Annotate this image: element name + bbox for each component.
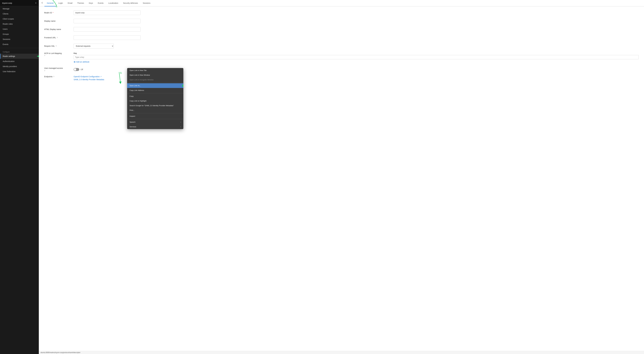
ctx-copy-link-highlight[interactable]: Copy Link to Highlight <box>127 99 183 103</box>
configure-section-label: Configure <box>0 49 39 54</box>
ctx-separator-2 <box>127 93 183 93</box>
tab-themes[interactable]: Themes <box>75 0 86 7</box>
acr-mapping-section: ACR to LoA Mapping ? Key ⊕ Add an attrib… <box>44 52 639 63</box>
sidebar-item-user-federation[interactable]: User federation <box>0 69 39 74</box>
user-managed-access-toggle[interactable] <box>74 68 79 71</box>
display-name-row: Display name <box>44 19 639 23</box>
display-name-label: Display name <box>44 20 74 22</box>
sidebar-item-identity-providers[interactable]: Identity providers <box>0 64 39 69</box>
svg-text:3.: 3. <box>120 72 122 74</box>
arrow-1-annotation: 1. <box>36 54 39 59</box>
acr-table-area: Key ⊕ Add an attribute <box>74 52 639 63</box>
ctx-separator-3 <box>127 113 183 113</box>
realm-selector[interactable]: Inyoni-corp <box>2 2 12 4</box>
ctx-open-incognito: Open Link in Incognito Window <box>127 77 183 82</box>
form-area: Realm ID * Display name HTML Display nam… <box>39 7 644 351</box>
sidebar-header[interactable]: Inyoni-corp ▼ <box>0 0 39 6</box>
sidebar-item-users[interactable]: Users <box>0 27 39 32</box>
tab-back-button[interactable] <box>40 0 44 6</box>
sidebar-item-manage[interactable]: Manage <box>0 6 39 11</box>
realm-dropdown-icon[interactable]: ▼ <box>35 2 37 4</box>
tab-general[interactable]: General <box>44 0 56 7</box>
require-ssl-label: Require SSL ? <box>44 45 74 47</box>
acr-key-input[interactable] <box>74 55 639 59</box>
required-star: * <box>53 12 54 14</box>
ctx-save-link-as[interactable]: Save Link As... 4. <box>127 83 183 88</box>
sidebar-item-sessions[interactable]: Sessions <box>0 37 39 42</box>
display-name-input[interactable] <box>74 19 140 23</box>
tab-security-defenses[interactable]: Security defenses <box>121 0 140 7</box>
sidebar-item-groups[interactable]: Groups <box>0 32 39 37</box>
sidebar-item-client-scopes[interactable]: Client scopes <box>0 16 39 22</box>
toggle-state-label: Off <box>80 68 83 71</box>
tab-events[interactable]: Events <box>96 0 106 7</box>
speech-arrow-icon: › <box>180 121 181 123</box>
toggle-knob <box>74 68 76 71</box>
frontend-url-help-icon[interactable]: ? <box>57 37 58 39</box>
toggle-wrapper: Off <box>74 68 83 71</box>
ctx-separator-1 <box>127 83 183 83</box>
sidebar: Inyoni-corp ▼ Manage Clients Client scop… <box>0 0 39 354</box>
services-arrow-icon: › <box>180 126 181 128</box>
realm-id-input[interactable] <box>74 11 140 15</box>
acr-table-header: Key <box>74 52 639 54</box>
tab-bar: General 2. Login Email <box>39 0 644 7</box>
ctx-copy[interactable]: Copy <box>127 94 183 99</box>
html-display-name-row: HTML Display name <box>44 27 639 32</box>
saml-metadata-link[interactable]: SAML 2.0 Identity Provider Metadata <box>74 79 104 81</box>
tab-email[interactable]: Email <box>65 0 75 7</box>
endpoints-help-icon[interactable]: ? <box>53 76 54 78</box>
sidebar-item-authentication[interactable]: Authentication <box>0 59 39 64</box>
openid-endpoint-link[interactable]: OpenID Endpoint Configuration ↗ <box>74 76 104 78</box>
endpoints-links: OpenID Endpoint Configuration ↗ SAML 2.0… <box>74 76 104 81</box>
realm-id-label: Realm ID * <box>44 12 74 14</box>
frontend-url-row: Frontend URL ? <box>44 35 639 40</box>
ctx-open-new-window[interactable]: Open Link in New Window <box>127 73 183 77</box>
ctx-services[interactable]: Services › <box>127 124 183 129</box>
add-icon: ⊕ <box>74 60 76 63</box>
external-link-icon: ↗ <box>100 76 102 78</box>
acr-mapping-label: ACR to LoA Mapping ? <box>44 52 74 57</box>
sidebar-item-realm-settings[interactable]: Realm settings 1. <box>0 54 39 59</box>
tab-sessions[interactable]: Sessions <box>140 0 153 7</box>
back-icon <box>41 2 43 4</box>
ctx-inspect[interactable]: Inspect <box>127 114 183 119</box>
realm-id-row: Realm ID * <box>44 11 639 15</box>
context-menu: Open Link in New Tab Open Link in New Wi… <box>127 68 183 129</box>
sidebar-item-clients[interactable]: Clients <box>0 11 39 16</box>
ctx-speech[interactable]: Speech › <box>127 120 183 124</box>
acr-mapping-help-icon[interactable]: ? <box>44 55 45 57</box>
status-bar: ubuntu:8080/realms/inyoni-corp/protocol/… <box>39 351 644 354</box>
user-managed-help-icon[interactable]: ? <box>44 70 74 72</box>
html-display-name-input[interactable] <box>74 27 140 32</box>
frontend-url-label: Frontend URL ? <box>44 37 74 39</box>
user-managed-access-label: User-managed access ? <box>44 67 74 72</box>
tab-general-wrapper: General 2. <box>44 0 56 6</box>
acr-label-row: ACR to LoA Mapping ? Key ⊕ Add an attrib… <box>44 52 639 63</box>
sidebar-item-realm-roles[interactable]: Realm roles <box>0 22 39 27</box>
endpoints-label: Endpoints ? <box>44 76 74 78</box>
html-display-name-label: HTML Display name <box>44 28 74 30</box>
ctx-search-google[interactable]: Search Google for "SAML 2.0 Identity Pro… <box>127 103 183 108</box>
acr-input-row <box>74 55 639 59</box>
require-ssl-help-icon[interactable]: ? <box>56 45 56 47</box>
tab-keys[interactable]: Keys <box>86 0 96 7</box>
require-ssl-row: Require SSL ? External requests None All… <box>44 44 639 49</box>
tab-localization[interactable]: Localization <box>106 0 121 7</box>
add-attribute-button[interactable]: ⊕ Add an attribute <box>74 60 639 63</box>
sidebar-item-events[interactable]: Events <box>0 42 39 47</box>
tab-login[interactable]: Login <box>56 0 65 7</box>
require-ssl-select[interactable]: External requests None All requests <box>74 44 114 49</box>
main-content: General 2. Login Email <box>39 0 644 354</box>
frontend-url-input[interactable] <box>74 35 140 40</box>
ctx-open-new-tab[interactable]: Open Link in New Tab <box>127 68 183 73</box>
ctx-print[interactable]: Print... <box>127 108 183 113</box>
ctx-copy-link-address[interactable]: Copy Link Address <box>127 88 183 93</box>
